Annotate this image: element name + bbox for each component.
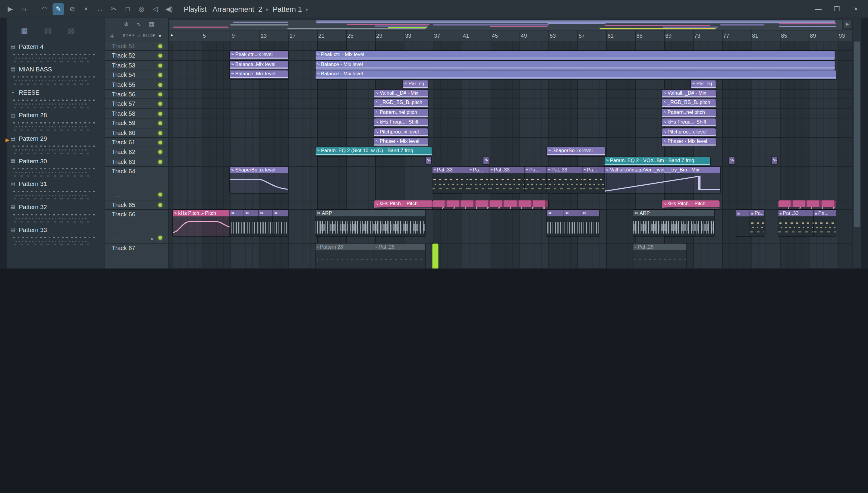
playlist-clip[interactable]: ∿Pitchproo..ix level — [662, 128, 716, 137]
playlist-clip[interactable]: ×Pat..28 — [633, 244, 686, 269]
track-lane[interactable]: ∿Param. EQ 2 (Slot 10..w (C) - Band 7 fr… — [169, 147, 852, 156]
track-lane[interactable]: ∿kHs Pitch..- Pitch≫≫≫≫≫ARP≫≫≫≫ARP≡≡Pa..… — [169, 210, 852, 243]
playlist-clip[interactable]: ≫ — [564, 210, 581, 237]
track-header[interactable]: Track 57 — [105, 99, 169, 108]
track-lane[interactable]: ∿Pattern..nel pitch∿Pattern..nel pitch — [169, 109, 852, 118]
automation-view-icon[interactable]: ▨ — [68, 26, 75, 35]
playlist-clip[interactable]: ∿Phaser - Mix level — [374, 138, 428, 147]
playlist-clip[interactable]: ≫ — [547, 210, 564, 237]
track-header[interactable]: Track 66...▲ — [105, 210, 169, 243]
playlist-clip[interactable]: ≡Pa... — [525, 167, 547, 193]
track-lane[interactable]: ∿Phaser - Mix level∿Phaser - Mix level — [169, 138, 852, 147]
track-header[interactable]: Track 58 — [105, 109, 169, 118]
playlist-clip[interactable]: ≡Pa... — [582, 167, 604, 193]
playlist-clip[interactable]: ≡Pa... — [468, 167, 490, 193]
track-lane[interactable]: ∿_RGD_BS_B..pitch∿_RGD_BS_B..pitch — [169, 99, 852, 108]
playlist-clip[interactable]: ∿Balance..Mix level — [230, 70, 288, 79]
slide-label[interactable]: SLIDE — [143, 33, 156, 38]
pattern-list-item[interactable]: ▤Pattern 33 — [7, 226, 105, 249]
mute-led[interactable] — [158, 102, 162, 106]
playlist-clip[interactable]: ×Pattern 28 — [316, 244, 374, 269]
playlist-clip[interactable]: ≡ — [736, 210, 750, 237]
playlist-clip[interactable]: ∿Peak ctrl - Mix level — [316, 51, 835, 60]
playlist-clip[interactable]: ∿Pattern..nel pitch — [662, 109, 716, 117]
track-lane[interactable]: ∿Par..eq∿Par..eq — [169, 80, 852, 89]
playlist-clip[interactable]: ∿kHs Pitch..- Pitch — [374, 200, 433, 209]
track-lane[interactable]: ∿Balance..Mix level∿Balance - Mix level — [169, 70, 852, 80]
playlist-clip[interactable]: ∿ShaperBo..ix level — [230, 167, 288, 193]
maximize-button[interactable]: ❐ — [829, 3, 845, 15]
pattern-list-item[interactable]: ▤Pattern 31 — [7, 180, 105, 203]
playback-tool-icon[interactable]: ◁ — [150, 3, 161, 15]
playlist-clip[interactable]: ≫ — [273, 210, 288, 237]
breadcrumb-playlist[interactable]: Playlist - Arrangement_2 — [184, 5, 262, 13]
playlist-clip[interactable]: ∿kHs Pitch..- Pitch — [662, 200, 720, 209]
track-header[interactable]: Track 60 — [105, 128, 169, 137]
mute-led[interactable] — [158, 44, 162, 48]
track-header[interactable]: Track 63 — [105, 157, 169, 166]
playlist-clip[interactable]: ∿Valhall.._D# - Mix — [374, 89, 428, 98]
snap-icon[interactable]: ⊕ — [124, 21, 128, 27]
headphones-icon[interactable]: ∩ — [18, 3, 30, 15]
playlist-clip[interactable]: ≫ — [244, 210, 259, 237]
pattern-list-item[interactable]: •REESE — [7, 88, 105, 111]
playlist-clip[interactable]: ≡Pat..33 — [432, 167, 468, 193]
track-header[interactable]: Track 59 — [105, 119, 169, 127]
track-lane[interactable]: ∿Balance..Mix level∿Balance - Mix level — [169, 61, 852, 70]
playlist-clip[interactable]: ≫ — [772, 157, 777, 164]
minimize-button[interactable]: — — [810, 3, 826, 15]
pattern-list-item[interactable]: ▤Pattern 28 — [7, 111, 105, 134]
slice-tool-icon[interactable]: ✂ — [108, 3, 120, 15]
pattern-list-item[interactable]: ▤Pattern 29 — [7, 134, 105, 157]
track-lane[interactable]: ≫≫∿Param. EQ 2 - VOX..Bm - Band 7 freq≫≫ — [169, 157, 852, 166]
track-header[interactable]: Track 62 — [105, 147, 169, 156]
playlist-clip[interactable]: ≫ — [483, 157, 489, 164]
playlist-clip[interactable]: ∿ShaperBo..ix level — [547, 147, 605, 156]
playlist-clip[interactable]: ∿ValhallaVintageVer.._wet_i_try_Bm - Mix — [605, 167, 720, 193]
playlist-clip[interactable]: ≫ — [729, 157, 735, 164]
timeline-ruler[interactable]: ▸ 59131721252933374145495357616569737781… — [169, 30, 852, 42]
playlist-clip[interactable]: ≫ARP — [316, 210, 425, 237]
playlist-clip[interactable]: ∿kHs Pitch..- Pitch — [173, 210, 230, 237]
delete-tool-icon[interactable]: ⊘ — [66, 3, 78, 15]
slip-tool-icon[interactable]: ↔ — [94, 3, 106, 15]
breadcrumb-pattern[interactable]: Pattern 1 — [273, 5, 302, 13]
snap-magnet-icon[interactable]: ◠ — [39, 3, 51, 15]
playlist-clip[interactable] — [432, 244, 438, 269]
add-track-button[interactable]: + — [110, 31, 114, 40]
track-header[interactable]: Track 51 — [105, 42, 169, 51]
pattern-list-item[interactable]: ▤Pattern 30 — [7, 157, 105, 180]
scrollbar-thumb[interactable] — [854, 42, 860, 227]
mute-led[interactable] — [158, 236, 162, 240]
playlist-clip[interactable]: ∿Balance - Mix level — [316, 61, 835, 70]
step-toggle[interactable]: ○ — [137, 33, 140, 38]
select-tool-icon[interactable]: □ — [122, 3, 133, 15]
track-header[interactable]: Track 55 — [105, 80, 169, 89]
scroll-up-arrow[interactable]: ▲ — [150, 237, 154, 240]
playlist-clip[interactable]: ∿Balance..Mix level — [230, 61, 288, 70]
playlist-clip[interactable]: ≡Pat..33 — [490, 167, 525, 193]
playlist-clip[interactable]: ≡Pat..33 — [547, 167, 583, 193]
playlist-clip[interactable]: ≡Pa... — [750, 210, 764, 237]
track-lane[interactable]: ∿ShaperBo..ix level≡Pat..33≡Pa...≡Pat..3… — [169, 167, 852, 200]
close-button[interactable]: × — [848, 3, 864, 15]
pattern-list-item[interactable]: ▤Pattern 32 — [7, 203, 105, 226]
pattern-list-item[interactable]: ▤Pattern 4 — [7, 42, 105, 65]
playlist-clip[interactable]: ∿kHs Frequ..- Shift — [374, 119, 428, 127]
playlist-clip[interactable]: ∿Peak ctrl..ix level — [230, 51, 288, 60]
play-icon[interactable]: ▶ — [4, 3, 16, 15]
vertical-scrollbar[interactable]: ▼ — [853, 19, 861, 269]
patterns-view-icon[interactable]: ▦ — [21, 26, 28, 35]
grid-icon[interactable]: ▦ — [149, 21, 154, 27]
track-lane[interactable]: ∿Peak ctrl..ix level∿Peak ctrl - Mix lev… — [169, 51, 852, 60]
playlist-clip[interactable]: ∿Param. EQ 2 (Slot 10..w (C) - Band 7 fr… — [316, 147, 432, 156]
playlist-clip[interactable]: ∿_RGD_BS_B..pitch — [374, 99, 428, 108]
mute-led[interactable] — [158, 141, 162, 144]
slide-toggle[interactable]: ● — [158, 33, 161, 38]
audio-view-icon[interactable]: ▤ — [44, 26, 51, 35]
mute-led[interactable] — [158, 112, 162, 116]
track-header[interactable]: Track 65 — [105, 200, 169, 210]
playlist-clip[interactable]: ≫ARP — [633, 210, 714, 237]
track-header[interactable]: Track 52 — [105, 51, 169, 60]
mute-led[interactable] — [158, 64, 162, 67]
